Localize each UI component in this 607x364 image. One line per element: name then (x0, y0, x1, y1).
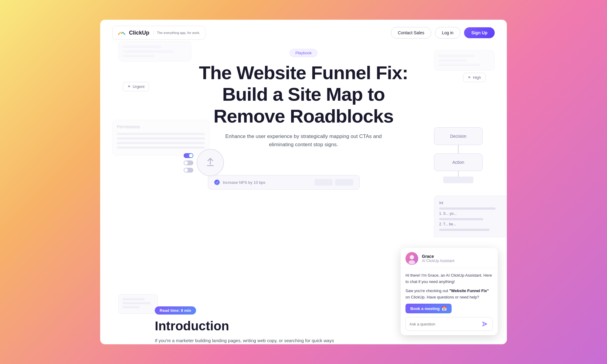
logo-area: ClickUp The everything app, for work. (112, 26, 205, 40)
svg-point-1 (410, 255, 414, 259)
chat-send-button[interactable] (480, 320, 489, 328)
nps-bar: ✓ Increase NPS by 10 bps (208, 175, 360, 190)
contact-sales-button[interactable]: Contact Sales (391, 27, 431, 39)
sidebar-line-2 (439, 218, 483, 220)
chat-message-2: Saw you're checking out "Website Funnel … (405, 288, 493, 301)
chat-body: Hi there! I'm Grace, an AI ClickUp Assis… (401, 268, 498, 335)
toggle-row-3 (184, 168, 193, 173)
clickup-logo-icon (117, 29, 126, 37)
toggle-row-2 (184, 160, 193, 165)
chat-input-row (405, 317, 493, 331)
read-time-badge: Read time: 8 min (155, 306, 196, 315)
book-meeting-button[interactable]: Book a meeting 📅 (405, 304, 452, 313)
sidebar-item-2: 2. T... be... (439, 222, 502, 226)
chat-header: Grace AI ClickUp Assistant (401, 248, 498, 268)
sidebar-int-label: Int (439, 201, 502, 205)
signup-button[interactable]: Sign Up (464, 27, 495, 38)
right-sidebar: Int 1. S... yo... 2. T... be... (434, 196, 507, 238)
chat-message-1: Hi there! I'm Grace, an AI ClickUp Assis… (405, 272, 493, 285)
chat-name-area: Grace AI ClickUp Assistant (422, 254, 454, 263)
flow-skel (443, 177, 473, 183)
nps-check-icon: ✓ (214, 180, 220, 185)
svg-point-2 (409, 260, 415, 265)
chat-name: Grace (422, 254, 454, 259)
sidebar-line-1 (439, 207, 496, 210)
upload-icon (205, 157, 216, 168)
logo-name: ClickUp (129, 30, 149, 36)
chat-input[interactable] (409, 322, 478, 326)
flow-connector-2 (458, 171, 459, 177)
chat-avatar (405, 252, 418, 265)
login-button[interactable]: Log in (435, 27, 460, 39)
navbar: ClickUp The everything app, for work. Co… (100, 20, 507, 46)
nav-right: Contact Sales Log in Sign Up (391, 27, 495, 39)
sidebar-item-1: 1. S... yo... (439, 211, 502, 216)
nps-btn-1[interactable] (314, 179, 333, 186)
nps-right-btns (314, 179, 353, 186)
sidebar-line-3 (439, 229, 490, 231)
main-card: ClickUp The everything app, for work. Co… (100, 20, 507, 344)
avatar-image (405, 252, 418, 265)
toggle-off[interactable] (184, 160, 193, 165)
toggle-off-2[interactable] (184, 168, 193, 173)
action-node: Action (434, 153, 483, 171)
toggle-group (184, 153, 193, 173)
hero-section: Playbook The Website Funnel Fix: Build a… (100, 46, 507, 155)
section-body: If you're a marketer building landing pa… (155, 337, 452, 344)
chat-role: AI ClickUp Assistant (422, 259, 454, 263)
logo-tagline: The everything app, for work. (154, 31, 200, 35)
nps-text: Increase NPS by 10 bps (223, 180, 265, 185)
chat-highlight: "Website Funnel Fix" (449, 288, 489, 293)
hero-subtitle: Enhance the user experience by strategic… (219, 132, 388, 149)
playbook-badge: Playbook (290, 49, 317, 57)
chat-widget: Grace AI ClickUp Assistant Hi there! I'm… (401, 248, 498, 335)
send-icon (482, 321, 487, 327)
hero-title: The Website Funnel Fix: Build a Site Map… (199, 62, 408, 127)
nps-btn-2[interactable] (335, 179, 353, 186)
calendar-icon: 📅 (442, 306, 447, 311)
